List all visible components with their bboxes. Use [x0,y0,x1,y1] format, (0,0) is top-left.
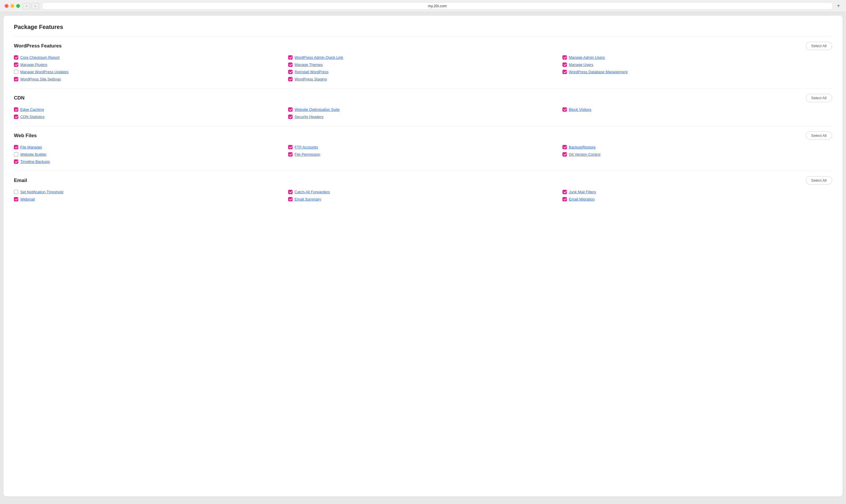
feature-label[interactable]: File Permission [294,152,320,157]
nav-buttons: ‹ › [23,3,39,9]
feature-label[interactable]: Git Version Control [569,152,600,157]
feature-checkbox[interactable] [14,70,18,74]
feature-checkbox[interactable] [562,55,567,59]
section-wordpress: WordPress FeaturesSelect AllCore Checksu… [14,42,832,81]
section-title-wordpress: WordPress Features [14,43,61,49]
maximize-button[interactable] [16,4,20,8]
feature-item: WordPress Site Settings [14,77,284,81]
select-all-button-wordpress[interactable]: Select All [806,42,832,50]
feature-label[interactable]: Reinstall WordPress [294,70,329,74]
feature-label[interactable]: WordPress Database Management [569,70,628,74]
forward-button[interactable]: › [32,3,39,9]
select-all-button-email[interactable]: Select All [806,176,832,185]
minimize-button[interactable] [11,4,14,8]
feature-checkbox[interactable] [288,114,292,119]
address-bar[interactable]: my.20i.com [42,2,833,10]
feature-checkbox[interactable] [562,197,567,201]
feature-checkbox[interactable] [562,70,567,74]
feature-label[interactable]: File Manager [20,145,42,149]
page-title: Package Features [14,24,832,30]
feature-checkbox[interactable] [14,145,18,149]
feature-label[interactable]: Manage Admin Users [569,55,605,59]
sections-container: WordPress FeaturesSelect AllCore Checksu… [14,42,832,201]
section-email: EmailSelect AllSet Notification Threshol… [14,176,832,201]
feature-checkbox[interactable] [288,190,292,194]
features-grid-email: Set Notification ThresholdCatch-All Forw… [14,190,832,201]
select-all-button-cdn[interactable]: Select All [806,94,832,102]
traffic-lights [5,4,20,8]
feature-label[interactable]: Manage Users [569,62,593,67]
section-webfiles: Web FilesSelect AllFile ManagerFTP Accou… [14,131,832,164]
feature-item: Manage Plugins [14,62,284,67]
feature-checkbox[interactable] [14,190,18,194]
features-grid-wordpress: Core Checksum ReportWordPress Admin Quic… [14,55,832,81]
feature-checkbox[interactable] [14,152,18,157]
feature-label[interactable]: Manage WordPress Updates [20,70,69,74]
feature-checkbox[interactable] [562,152,567,157]
feature-checkbox[interactable] [14,62,18,67]
feature-label[interactable]: Security Headers [294,114,323,119]
feature-checkbox[interactable] [14,55,18,59]
feature-checkbox[interactable] [562,107,567,112]
feature-checkbox[interactable] [562,62,567,67]
back-button[interactable]: ‹ [23,3,30,9]
feature-label[interactable]: Website Builder [20,152,47,157]
feature-item: Manage Themes [288,62,558,67]
feature-label[interactable]: Set Notification Threshold [20,190,64,194]
close-button[interactable] [5,4,8,8]
feature-item: Webmail [14,197,284,201]
features-grid-cdn: Edge CachingWebsite Optimisation SuiteBl… [14,107,832,119]
feature-checkbox[interactable] [288,77,292,81]
feature-label[interactable]: Webmail [20,197,35,201]
features-grid-webfiles: File ManagerFTP AccountsBackup/RestoreWe… [14,145,832,164]
feature-item: Reinstall WordPress [288,70,558,74]
feature-label[interactable]: Website Optimisation Suite [294,107,340,112]
feature-checkbox[interactable] [288,197,292,201]
feature-label[interactable]: Edge Caching [20,107,44,112]
feature-label[interactable]: Junk Mail Filters [569,190,596,194]
feature-label[interactable]: Manage Themes [294,62,323,67]
feature-label[interactable]: Backup/Restore [569,145,596,149]
feature-checkbox[interactable] [14,114,18,119]
feature-label[interactable]: CDN Statistics [20,114,44,119]
feature-item: Manage Admin Users [562,55,832,59]
feature-label[interactable]: FTP Accounts [294,145,318,149]
feature-item: Backup/Restore [562,145,832,149]
new-tab-button[interactable]: + [835,3,841,9]
feature-label[interactable]: Manage Plugins [20,62,47,67]
feature-checkbox[interactable] [288,145,292,149]
feature-item: Email Migration [562,197,832,201]
feature-checkbox[interactable] [14,77,18,81]
feature-label[interactable]: WordPress Admin Quick Link [294,55,343,59]
feature-checkbox[interactable] [562,190,567,194]
feature-checkbox[interactable] [14,159,18,164]
feature-item: WordPress Staging [288,77,558,81]
section-title-email: Email [14,178,27,183]
feature-checkbox[interactable] [288,107,292,112]
feature-label[interactable]: Catch-All Forwarders [294,190,330,194]
feature-label[interactable]: Core Checksum Report [20,55,59,59]
select-all-button-webfiles[interactable]: Select All [806,131,832,140]
feature-label[interactable]: WordPress Site Settings [20,77,61,81]
feature-label[interactable]: Timeline Backups [20,159,50,164]
section-title-cdn: CDN [14,95,24,101]
feature-checkbox[interactable] [288,152,292,157]
feature-item: File Permission [288,152,558,157]
feature-item: WordPress Admin Quick Link [288,55,558,59]
feature-label[interactable]: Email Migration [569,197,595,201]
feature-checkbox[interactable] [14,107,18,112]
feature-item: File Manager [14,145,284,149]
feature-item: Core Checksum Report [14,55,284,59]
divider-0 [14,88,832,89]
feature-label[interactable]: Email Summary [294,197,321,201]
feature-item: Edge Caching [14,107,284,112]
feature-checkbox[interactable] [288,62,292,67]
feature-checkbox[interactable] [14,197,18,201]
top-divider [14,36,832,36]
feature-checkbox[interactable] [562,145,567,149]
feature-checkbox[interactable] [288,70,292,74]
section-header-wordpress: WordPress FeaturesSelect All [14,42,832,50]
feature-label[interactable]: WordPress Staging [294,77,327,81]
feature-checkbox[interactable] [288,55,292,59]
feature-label[interactable]: Block Visitors [569,107,591,112]
